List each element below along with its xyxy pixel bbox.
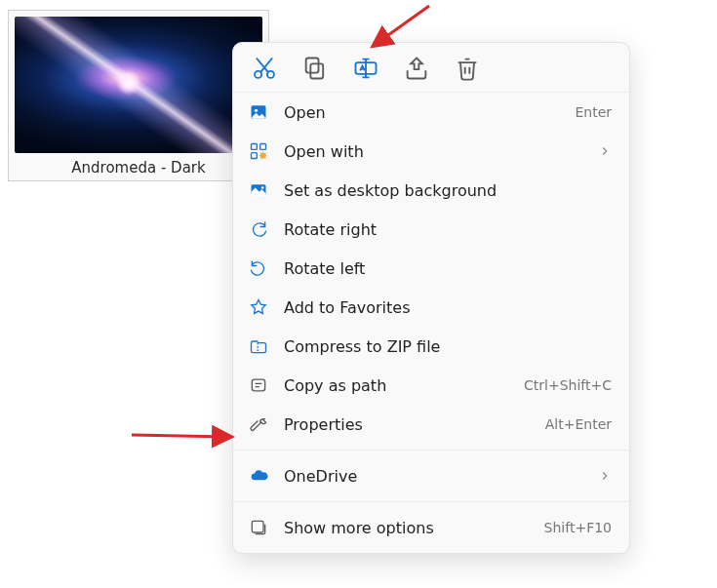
menu-rotate-right[interactable]: Rotate right	[233, 210, 629, 249]
rename-icon[interactable]	[352, 55, 379, 82]
onedrive-icon	[247, 464, 270, 488]
menu-open-label: Open	[284, 103, 575, 122]
copy-path-icon	[247, 373, 270, 397]
menu-add-favorites-label: Add to Favorites	[284, 298, 612, 317]
rotate-right-icon	[247, 217, 270, 241]
menu-set-background[interactable]: Set as desktop background	[233, 171, 629, 210]
menu-open-with[interactable]: Open with	[233, 132, 629, 171]
menu-copy-path[interactable]: Copy as path Ctrl+Shift+C	[233, 366, 629, 405]
menu-properties-shortcut: Alt+Enter	[545, 416, 612, 432]
menu-copy-path-label: Copy as path	[284, 376, 524, 395]
chevron-right-icon	[598, 469, 612, 483]
menu-properties[interactable]: Properties Alt+Enter	[233, 405, 629, 444]
file-label: Andromeda - Dark	[71, 159, 205, 176]
menu-separator	[233, 501, 629, 502]
show-more-icon	[247, 516, 270, 539]
svg-line-16	[132, 435, 229, 437]
share-icon[interactable]	[403, 55, 430, 82]
menu-show-more-shortcut: Shift+F10	[544, 520, 612, 535]
menu-onedrive-label: OneDrive	[284, 467, 598, 486]
zip-icon	[247, 334, 270, 358]
menu-compress-zip[interactable]: Compress to ZIP file	[233, 327, 629, 366]
file-thumbnail	[15, 17, 262, 153]
svg-rect-3	[306, 59, 319, 73]
menu-rotate-right-label: Rotate right	[284, 220, 612, 239]
svg-point-6	[255, 109, 258, 112]
menu-add-favorites[interactable]: Add to Favorites	[233, 288, 629, 327]
svg-rect-9	[252, 153, 258, 159]
copy-icon[interactable]	[301, 55, 329, 82]
menu-open-shortcut: Enter	[575, 104, 612, 120]
menu-properties-label: Properties	[284, 415, 545, 434]
svg-rect-14	[252, 521, 263, 532]
menu-show-more[interactable]: Show more options Shift+F10	[233, 508, 629, 547]
menu-separator	[233, 450, 629, 451]
open-with-icon	[247, 139, 270, 163]
rotate-left-icon	[247, 256, 270, 280]
wrench-icon	[247, 412, 270, 436]
menu-compress-zip-label: Compress to ZIP file	[284, 337, 612, 356]
menu-open[interactable]: Open Enter	[233, 93, 629, 132]
svg-rect-7	[252, 144, 258, 150]
svg-point-0	[255, 71, 261, 78]
annotation-arrow-properties	[127, 421, 239, 451]
menu-show-more-label: Show more options	[284, 519, 544, 537]
star-icon	[247, 295, 270, 319]
chevron-right-icon	[598, 144, 612, 158]
svg-point-12	[261, 186, 264, 189]
svg-line-15	[375, 6, 429, 45]
context-menu: Open Enter Open with Set as desktop back…	[232, 42, 630, 554]
delete-icon[interactable]	[454, 55, 481, 82]
menu-set-background-label: Set as desktop background	[284, 181, 612, 200]
menu-open-with-label: Open with	[284, 142, 598, 161]
image-icon	[247, 100, 270, 124]
menu-onedrive[interactable]: OneDrive	[233, 456, 629, 495]
menu-rotate-left[interactable]: Rotate left	[233, 249, 629, 288]
svg-rect-8	[260, 144, 266, 150]
context-menu-actionbar	[233, 43, 629, 93]
menu-rotate-left-label: Rotate left	[284, 259, 612, 278]
file-tile[interactable]: Andromeda - Dark	[8, 10, 269, 181]
svg-point-1	[267, 71, 274, 78]
svg-rect-2	[310, 63, 323, 78]
svg-rect-13	[252, 379, 264, 391]
menu-copy-path-shortcut: Ctrl+Shift+C	[524, 377, 612, 393]
cut-icon[interactable]	[251, 55, 278, 82]
desktop-bg-icon	[247, 178, 270, 202]
